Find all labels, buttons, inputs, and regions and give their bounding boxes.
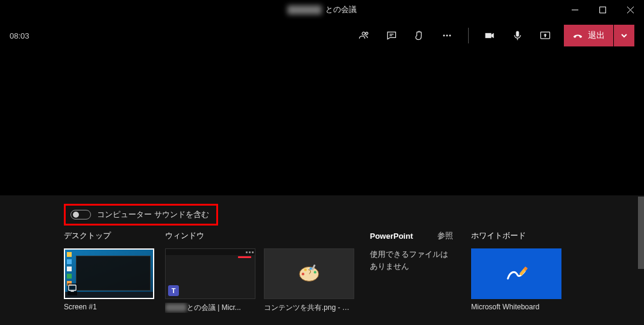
- screen-icon: [67, 283, 77, 295]
- include-sound-label: コンピューター サウンドを含む: [97, 209, 209, 220]
- chevron-down-icon: [621, 32, 628, 39]
- svg-point-2: [446, 35, 448, 37]
- desktop-thumb-preview: [64, 248, 154, 299]
- minimize-button[interactable]: [561, 0, 589, 19]
- window-title: aaaa との会議: [287, 4, 357, 15]
- share-screen-button[interactable]: [533, 24, 558, 48]
- window-thumb-teams[interactable]: T aaaとの会議 | Micr...: [165, 248, 255, 313]
- svg-point-8: [304, 268, 307, 271]
- browse-button[interactable]: 参照: [437, 230, 453, 241]
- hangup-icon: [572, 30, 583, 41]
- window-thumb-preview: T: [165, 248, 255, 299]
- chat-button[interactable]: [379, 24, 404, 48]
- window-thumb-preview: [264, 248, 354, 299]
- svg-point-7: [302, 273, 304, 275]
- maximize-button[interactable]: [589, 0, 616, 19]
- svg-rect-5: [69, 285, 76, 291]
- share-tray: コンピューター サウンドを含む デスクトップ Screen #1: [0, 195, 644, 325]
- title-bar: aaaa との会議: [0, 0, 644, 19]
- include-sound-highlight: コンピューター サウンドを含む: [64, 204, 218, 226]
- svg-point-3: [449, 35, 451, 37]
- svg-point-1: [443, 35, 445, 37]
- no-files-message: 使用できるファイルはありません: [370, 248, 454, 272]
- powerpoint-heading: PowerPoint 参照: [370, 230, 471, 241]
- window-thumb-paint[interactable]: コンテンツを共有.png - ペイ...: [264, 248, 354, 313]
- call-timer: 08:03: [10, 31, 30, 40]
- microphone-button[interactable]: [505, 24, 530, 48]
- paint-icon: [297, 263, 321, 282]
- leave-chevron-button[interactable]: [614, 25, 634, 46]
- window-thumb-label: aaaとの会議 | Micr...: [165, 303, 255, 313]
- svg-rect-0: [599, 7, 605, 13]
- more-actions-button[interactable]: [434, 24, 460, 48]
- window-controls: [561, 0, 644, 19]
- window-heading: ウィンドウ: [165, 230, 370, 241]
- whiteboard-heading: ホワイトボード: [471, 230, 580, 241]
- title-suffix: との会議: [325, 4, 357, 15]
- include-sound-toggle[interactable]: [70, 210, 91, 219]
- desktop-thumb-label: Screen #1: [64, 303, 154, 311]
- teams-icon: T: [168, 285, 179, 296]
- whiteboard-tile[interactable]: [471, 248, 561, 299]
- leave-group: 退出: [564, 25, 634, 46]
- leave-label: 退出: [588, 30, 605, 41]
- meeting-toolbar: 08:03 退出: [0, 19, 644, 52]
- toggle-knob: [73, 212, 79, 218]
- toolbar-icons: [351, 24, 558, 48]
- camera-button[interactable]: [477, 24, 502, 48]
- participants-button[interactable]: [351, 24, 377, 48]
- video-stage: [0, 52, 644, 195]
- vertical-scrollbar[interactable]: [638, 197, 644, 269]
- blurred-name: aaaa: [287, 5, 322, 14]
- whiteboard-label: Microsoft Whiteboard: [471, 303, 580, 311]
- toolbar-divider: [468, 28, 469, 43]
- raise-hand-button[interactable]: [407, 24, 432, 48]
- close-button[interactable]: [616, 0, 644, 19]
- desktop-thumb[interactable]: Screen #1: [64, 248, 154, 311]
- svg-point-10: [314, 271, 316, 273]
- leave-button[interactable]: 退出: [564, 25, 613, 46]
- whiteboard-icon: [504, 262, 528, 286]
- desktop-heading: デスクトップ: [64, 230, 165, 241]
- window-thumb-label: コンテンツを共有.png - ペイ...: [264, 303, 354, 313]
